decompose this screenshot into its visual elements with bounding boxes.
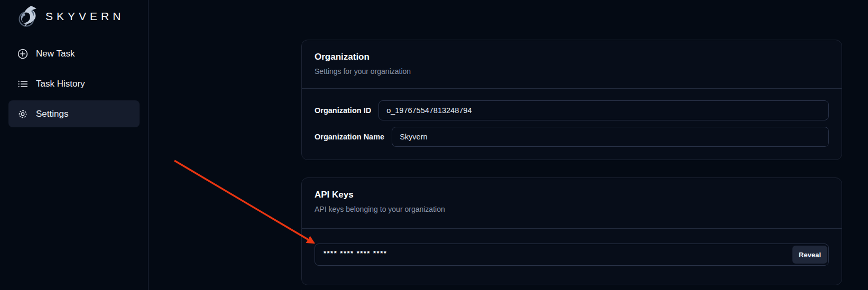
- organization-card-body: Organization ID Organization Name: [302, 89, 842, 160]
- api-keys-card: API Keys API keys belonging to your orga…: [301, 177, 842, 285]
- sidebar-nav: New Task Task History Settings: [0, 40, 148, 130]
- sidebar-item-label: New Task: [36, 49, 75, 59]
- organization-id-row: Organization ID: [315, 100, 829, 120]
- organization-name-input[interactable]: [392, 127, 829, 147]
- organization-id-label: Organization ID: [315, 106, 371, 115]
- organization-card-header: Organization Settings for your organizat…: [302, 40, 842, 88]
- organization-card-subtitle: Settings for your organization: [315, 67, 829, 76]
- api-keys-card-subtitle: API keys belonging to your organization: [315, 205, 829, 213]
- plus-circle-icon: [17, 48, 29, 60]
- sidebar-item-task-history[interactable]: Task History: [8, 70, 140, 97]
- skyvern-dragon-icon: [15, 4, 40, 29]
- sidebar-item-label: Task History: [36, 79, 85, 89]
- logo-text: SKYVERN: [45, 10, 124, 23]
- gear-icon: [17, 108, 29, 120]
- sidebar-item-label: Settings: [36, 109, 68, 119]
- organization-card: Organization Settings for your organizat…: [301, 40, 842, 160]
- logo[interactable]: SKYVERN: [0, 0, 148, 29]
- api-keys-card-title: API Keys: [315, 190, 829, 200]
- list-icon: [17, 78, 29, 90]
- organization-card-title: Organization: [315, 52, 829, 62]
- organization-id-input[interactable]: [378, 100, 829, 120]
- api-key-field: Reveal: [315, 244, 829, 266]
- api-keys-card-body: Reveal: [302, 229, 842, 285]
- organization-name-label: Organization Name: [315, 133, 384, 141]
- settings-page: Organization Settings for your organizat…: [301, 40, 842, 285]
- sidebar: SKYVERN New Task Task History Set: [0, 0, 149, 290]
- sidebar-item-settings[interactable]: Settings: [8, 100, 140, 127]
- organization-name-row: Organization Name: [315, 127, 829, 147]
- reveal-button[interactable]: Reveal: [792, 246, 827, 264]
- sidebar-item-new-task[interactable]: New Task: [8, 40, 140, 67]
- api-keys-card-header: API Keys API keys belonging to your orga…: [302, 178, 842, 228]
- api-key-input[interactable]: [315, 244, 829, 266]
